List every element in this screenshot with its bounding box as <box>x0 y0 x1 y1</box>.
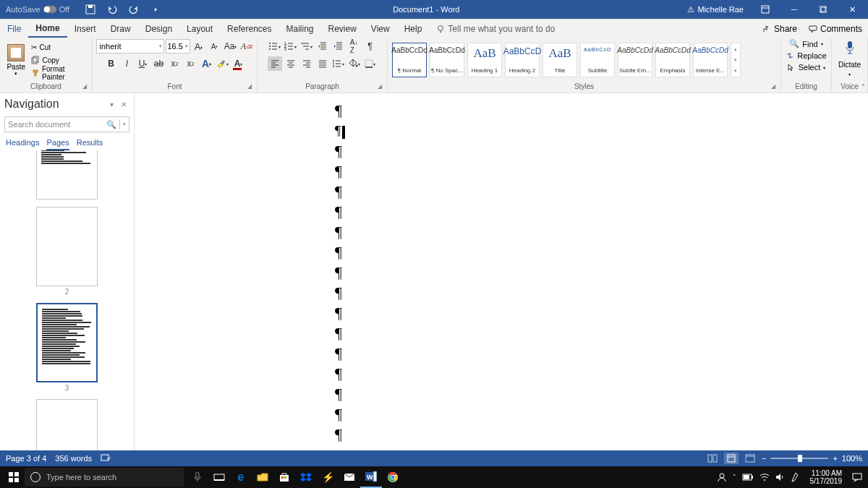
subscript-button[interactable]: x2 <box>168 56 182 71</box>
edge-icon[interactable]: e <box>230 466 252 488</box>
comments-button[interactable]: Comments <box>803 20 868 38</box>
decrease-indent-button[interactable] <box>315 39 330 53</box>
nav-dropdown-icon[interactable]: ▾ <box>110 100 114 108</box>
font-color-button[interactable]: A▾ <box>231 56 246 71</box>
maximize-button[interactable] <box>810 0 836 19</box>
paste-button[interactable]: Paste ▾ <box>4 44 28 77</box>
nav-tab-pages[interactable]: Pages <box>46 138 69 150</box>
font-name-input[interactable] <box>96 39 164 53</box>
cut-button[interactable]: ✂Cut <box>31 41 88 53</box>
select-button[interactable]: Select▾ <box>787 63 826 72</box>
mail-icon[interactable] <box>339 466 360 488</box>
italic-button[interactable]: I <box>120 56 135 71</box>
borders-button[interactable]: ▾ <box>363 56 378 71</box>
zoom-out-button[interactable]: − <box>762 454 766 463</box>
styles-more-button[interactable]: ▴▾▾ <box>731 43 741 77</box>
dictate-button[interactable]: Dictate▾ <box>836 39 863 81</box>
strike-button[interactable]: ab <box>152 56 166 71</box>
wifi-icon[interactable] <box>760 473 770 481</box>
people-icon[interactable] <box>717 472 727 482</box>
tab-design[interactable]: Design <box>138 20 179 38</box>
autosave-toggle[interactable]: AutoSave Off <box>0 5 75 14</box>
style-emphasis[interactable]: AaBbCcDdEmphasis <box>655 43 690 77</box>
explorer-icon[interactable] <box>252 466 273 488</box>
redo-icon[interactable] <box>126 1 142 17</box>
chrome-icon[interactable] <box>382 466 404 488</box>
font-launcher-icon[interactable]: ◢ <box>247 83 255 90</box>
show-marks-button[interactable]: ¶ <box>363 39 378 53</box>
taskbar-search[interactable]: Type here to search <box>25 468 184 487</box>
style-heading-1[interactable]: AaBHeading 1 <box>467 43 502 77</box>
justify-button[interactable] <box>315 56 330 71</box>
word-taskbar-icon[interactable]: W <box>360 466 382 488</box>
styles-launcher-icon[interactable]: ◢ <box>771 83 778 90</box>
superscript-button[interactable]: x2 <box>184 56 198 71</box>
app-icon-1[interactable]: ⚡ <box>317 466 339 488</box>
store-icon[interactable] <box>273 466 295 488</box>
tab-layout[interactable]: Layout <box>179 20 220 38</box>
style-subtitle[interactable]: AaBbCcDSubtitle <box>580 43 615 77</box>
multilevel-button[interactable]: ▾ <box>299 39 314 53</box>
shrink-font-button[interactable]: A▾ <box>208 39 222 53</box>
tell-me-search[interactable]: Tell me what you want to do <box>429 20 562 38</box>
nav-tab-results[interactable]: Results <box>77 138 103 150</box>
qat-customize-icon[interactable]: ▾ <box>148 1 163 17</box>
dropbox-icon[interactable] <box>295 466 317 488</box>
nav-close-button[interactable]: ✕ <box>121 100 127 108</box>
style-intense-e-[interactable]: AaBbCcDdIntense E... <box>693 43 728 77</box>
tab-file[interactable]: File <box>0 20 28 38</box>
spellcheck-icon[interactable] <box>101 454 111 463</box>
print-layout-icon[interactable] <box>724 453 739 464</box>
collapse-ribbon-icon[interactable]: ˄ <box>861 83 865 91</box>
nav-search-input[interactable]: Search document 🔍▾ <box>4 116 129 132</box>
user-account[interactable]: ⚠ Michelle Rae <box>681 5 749 14</box>
line-spacing-button[interactable]: ▾ <box>331 56 346 71</box>
sort-button[interactable]: A↓Z <box>347 39 362 53</box>
style--no-spac-[interactable]: AaBbCcDd¶ No Spac... <box>430 43 464 77</box>
undo-icon[interactable] <box>104 1 120 17</box>
format-painter-button[interactable]: Format Painter <box>31 67 88 79</box>
page-thumbnail[interactable] <box>36 399 98 450</box>
style-heading-2[interactable]: AaBbCcDHeading 2 <box>505 43 540 77</box>
clipboard-launcher-icon[interactable]: ◢ <box>82 83 90 90</box>
tab-home[interactable]: Home <box>28 20 67 38</box>
bullets-button[interactable]: ▾ <box>268 39 282 53</box>
numbering-button[interactable]: 123▾ <box>284 39 298 53</box>
pen-icon[interactable] <box>791 472 800 482</box>
bold-button[interactable]: B <box>104 56 119 71</box>
text-effects-button[interactable]: A▾ <box>200 56 214 71</box>
tab-review[interactable]: Review <box>321 20 364 38</box>
read-mode-icon[interactable] <box>705 453 720 464</box>
clear-format-button[interactable]: A⌫ <box>239 39 254 53</box>
web-layout-icon[interactable] <box>743 453 757 464</box>
document-area[interactable]: ¶¶¶¶¶¶¶¶¶¶¶¶¶¶¶¶¶ <box>135 93 868 450</box>
tab-draw[interactable]: Draw <box>103 20 138 38</box>
tab-mailing[interactable]: Mailing <box>278 20 320 38</box>
save-icon[interactable] <box>82 1 98 17</box>
paragraph-launcher-icon[interactable]: ◢ <box>378 83 385 90</box>
find-button[interactable]: 🔍Find▾ <box>789 39 822 48</box>
zoom-slider[interactable] <box>770 458 828 459</box>
nav-tab-headings[interactable]: Headings <box>6 138 39 150</box>
task-view-icon[interactable] <box>208 466 230 488</box>
style--normal[interactable]: AaBbCcDd¶ Normal <box>392 43 427 77</box>
highlight-button[interactable]: ▾ <box>216 56 230 71</box>
page-thumbnail[interactable] <box>36 303 98 382</box>
replace-button[interactable]: Replace <box>786 51 826 60</box>
tab-insert[interactable]: Insert <box>67 20 103 38</box>
page-thumbnail[interactable] <box>36 207 98 286</box>
word-count[interactable]: 356 words <box>55 454 92 463</box>
page-indicator[interactable]: Page 3 of 4 <box>6 454 46 463</box>
volume-icon[interactable] <box>775 473 786 481</box>
change-case-button[interactable]: Aa▾ <box>224 39 238 53</box>
tab-help[interactable]: Help <box>397 20 430 38</box>
notifications-icon[interactable] <box>852 472 862 482</box>
share-button[interactable]: Share <box>757 20 803 38</box>
align-center-button[interactable] <box>284 56 298 71</box>
tab-references[interactable]: References <box>220 20 278 38</box>
taskbar-clock[interactable]: 11:00 AM 5/17/2019 <box>806 469 847 485</box>
zoom-in-button[interactable]: + <box>833 454 837 463</box>
ribbon-display-icon[interactable] <box>752 0 778 19</box>
shading-button[interactable]: ▾ <box>347 56 362 71</box>
zoom-level[interactable]: 100% <box>842 454 862 463</box>
